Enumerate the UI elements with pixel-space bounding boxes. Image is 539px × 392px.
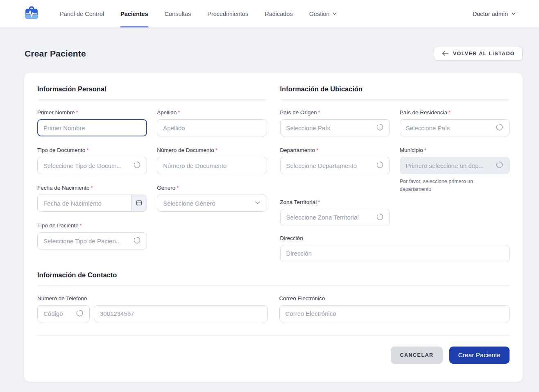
spinner-icon	[376, 123, 384, 132]
spinner-icon	[376, 213, 384, 222]
section-informacion-contacto: Información de Contacto Número de Teléfo…	[37, 271, 510, 322]
field-departamento: Departamento* Seleccione Departamento	[280, 147, 390, 193]
chevron-down-icon	[254, 199, 261, 207]
genero-select[interactable]: Seleccione Género	[157, 195, 267, 212]
nav-item-gestion[interactable]: Gestion	[309, 0, 337, 27]
chevron-down-icon	[511, 11, 516, 17]
user-menu[interactable]: Doctor admin	[473, 0, 516, 27]
departamento-select[interactable]: Seleccione Departamento	[280, 157, 390, 174]
section-title-contacto: Información de Contacto	[37, 271, 510, 286]
nav-label: Gestion	[309, 11, 330, 17]
field-numero-documento: Número de Documento*	[157, 147, 267, 174]
spinner-icon	[496, 161, 503, 170]
select-placeholder: Código	[43, 310, 63, 317]
field-label: Zona Territorial*	[280, 199, 390, 205]
field-label: Correo Electrónico	[279, 295, 510, 301]
field-label: Número de Documento*	[157, 147, 267, 153]
tipo-paciente-select[interactable]: Seleccione Tipo de Pacien...	[37, 232, 147, 249]
fecha-nacimiento-input[interactable]	[38, 195, 131, 211]
field-label: País de Origen*	[280, 109, 390, 116]
field-municipio: Municipio* Primero seleccione un dep... …	[400, 147, 510, 193]
top-navbar: Panel de Control Pacientes Consultas Pro…	[0, 0, 539, 28]
select-placeholder: Seleccione País	[406, 125, 450, 131]
cancel-button[interactable]: CANCELAR	[391, 347, 442, 364]
field-label: Género*	[157, 185, 267, 191]
calendar-button[interactable]	[131, 195, 147, 211]
spinner-icon	[76, 309, 84, 318]
field-label: Fecha de Nacimiento*	[37, 185, 147, 191]
nav-label: Panel de Control	[60, 11, 104, 17]
nav-item-procedimientos[interactable]: Procedimientos	[207, 0, 248, 27]
nav-item-panel-de-control[interactable]: Panel de Control	[60, 0, 104, 27]
section-title-personal: Información Personal	[37, 85, 267, 100]
nav-label: Consultas	[165, 11, 191, 17]
main-nav: Panel de Control Pacientes Consultas Pro…	[60, 0, 337, 27]
form-actions: CANCELAR Crear Paciente	[37, 347, 510, 364]
field-label: Apellido*	[157, 109, 267, 116]
nav-item-pacientes[interactable]: Pacientes	[120, 0, 148, 27]
page-header: Crear Paciente VOLVER AL LISTADO	[25, 47, 523, 61]
fecha-nacimiento-field	[37, 195, 147, 212]
select-placeholder: Seleccione Departamento	[286, 162, 357, 169]
primer-nombre-input[interactable]	[37, 119, 147, 136]
section-title-ubicacion: Información de Ubicación	[280, 85, 510, 100]
field-correo: Correo Electrónico	[279, 295, 510, 322]
municipio-select: Primero seleccione un dep...	[400, 157, 510, 174]
pais-residencia-select[interactable]: Seleccione País	[400, 119, 510, 136]
nav-item-consultas[interactable]: Consultas	[165, 0, 191, 27]
select-placeholder: Seleccione Tipo de Docum...	[43, 162, 122, 169]
field-tipo-documento: Tipo de Documento* Seleccione Tipo de Do…	[37, 147, 147, 174]
nav-item-radicados[interactable]: Radicados	[265, 0, 293, 27]
nav-label: Radicados	[265, 11, 293, 17]
field-label: Tipo de Paciente*	[37, 222, 147, 229]
field-zona-territorial: Zona Territorial* Seleccione Zona Territ…	[280, 199, 390, 226]
spinner-icon	[376, 161, 384, 170]
select-placeholder: Seleccione Tipo de Pacien...	[43, 238, 121, 245]
field-genero: Género* Seleccione Género	[157, 185, 267, 212]
app-logo[interactable]	[23, 0, 40, 27]
nav-label: Pacientes	[120, 11, 148, 17]
select-placeholder: Seleccione Género	[163, 200, 215, 207]
field-label: Departamento*	[280, 147, 390, 153]
numero-documento-input[interactable]	[157, 157, 267, 174]
select-placeholder: Seleccione Zona Territorial	[286, 214, 359, 221]
field-telefono: Número de Teléfono Código	[37, 295, 268, 322]
pais-origen-select[interactable]: Seleccione País	[280, 119, 390, 136]
direccion-input[interactable]	[280, 245, 510, 262]
correo-input[interactable]	[279, 305, 510, 322]
create-patient-button[interactable]: Crear Paciente	[449, 347, 510, 364]
field-label: Número de Teléfono	[37, 295, 268, 301]
telefono-input[interactable]	[94, 305, 268, 322]
footer-divider	[37, 335, 510, 336]
field-fecha-nacimiento: Fecha de Nacimiento*	[37, 185, 147, 212]
spinner-icon	[496, 123, 503, 132]
field-label: Primer Nombre*	[37, 109, 147, 116]
field-apellido: Apellido*	[157, 109, 267, 136]
spinner-icon	[133, 161, 141, 170]
arrow-left-icon	[442, 50, 448, 57]
spinner-icon	[133, 236, 141, 245]
field-label: Municipio*	[400, 147, 510, 153]
select-placeholder: Seleccione País	[286, 125, 331, 131]
section-informacion-ubicacion: Información de Ubicación País de Origen*…	[280, 85, 510, 262]
create-patient-card: Información Personal Primer Nombre* Apel…	[24, 73, 523, 382]
select-placeholder: Primero seleccione un dep...	[406, 162, 484, 169]
back-to-list-button[interactable]: VOLVER AL LISTADO	[434, 47, 523, 61]
user-menu-label: Doctor admin	[473, 11, 508, 17]
page-title: Crear Paciente	[25, 49, 86, 59]
chevron-down-icon	[332, 11, 337, 17]
zona-territorial-select[interactable]: Seleccione Zona Territorial	[280, 209, 390, 226]
tipo-documento-select[interactable]: Seleccione Tipo de Docum...	[37, 157, 147, 174]
field-pais-residencia: País de Residencia* Seleccione País	[400, 109, 510, 136]
medical-bag-icon	[23, 5, 40, 23]
calendar-icon	[136, 199, 143, 208]
back-button-label: VOLVER AL LISTADO	[453, 51, 515, 57]
codigo-pais-select[interactable]: Código	[37, 305, 90, 322]
field-label: Dirección	[280, 235, 510, 241]
field-direccion: Dirección	[280, 235, 510, 262]
section-informacion-personal: Información Personal Primer Nombre* Apel…	[37, 85, 267, 262]
nav-label: Procedimientos	[207, 11, 248, 17]
field-label: País de Residencia*	[400, 109, 510, 116]
field-pais-origen: País de Origen* Seleccione País	[280, 109, 390, 136]
apellido-input[interactable]	[157, 119, 267, 136]
